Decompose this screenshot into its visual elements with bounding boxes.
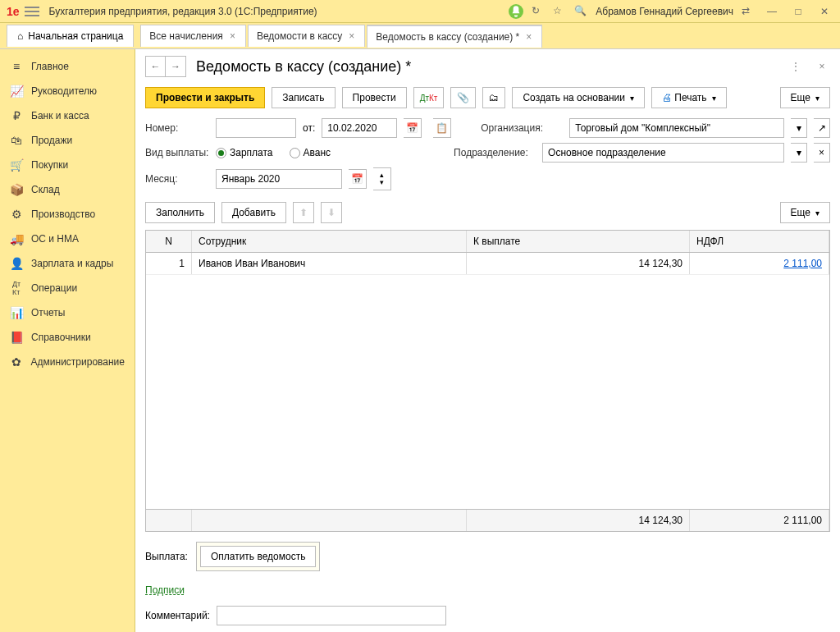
sidebar-item-manager[interactable]: 📈Руководителю (0, 79, 135, 103)
calendar-ext-button[interactable]: 📋 (433, 118, 451, 138)
titlebar: 1e Бухгалтерия предприятия, редакция 3.0… (0, 0, 840, 23)
cell-topay: 14 124,30 (467, 253, 690, 274)
org-select[interactable]: Торговый дом "Комплексный" (569, 118, 784, 138)
tab-label: Ведомость в кассу (создание) * (376, 31, 519, 43)
tabbar: ⌂ Начальная страница Все начисления × Ве… (0, 23, 840, 49)
dep-select[interactable]: Основное подразделение (542, 143, 784, 163)
payout-label: Выплата: (145, 551, 188, 562)
nav-arrows: ← → (145, 56, 186, 77)
cart-icon: 🛒 (10, 158, 23, 172)
more-button[interactable]: Еще▾ (780, 87, 830, 108)
hamburger-icon[interactable] (25, 7, 39, 16)
total-topay: 14 124,30 (467, 510, 690, 531)
sidebar-item-main[interactable]: ≡Главное (0, 54, 135, 79)
dtkt-button[interactable]: ДтКт (413, 87, 445, 108)
sidebar-item-catalogs[interactable]: 📕Справочники (0, 325, 135, 350)
menu-icon: ≡ (10, 60, 23, 73)
paytype-salary-radio[interactable]: Зарплата (216, 147, 273, 158)
org-open-button[interactable]: ↗ (814, 118, 830, 138)
dep-label: Подразделение: (454, 147, 536, 158)
org-dropdown-button[interactable]: ▾ (791, 118, 807, 138)
bell-icon[interactable] (509, 4, 523, 19)
sidebar-item-assets[interactable]: 🚚ОС и НМА (0, 227, 135, 251)
dtkt-icon: ДтКт (10, 282, 23, 295)
close-icon[interactable]: × (524, 31, 533, 43)
maximize-button[interactable]: □ (789, 2, 807, 21)
nav-back-button[interactable]: ← (146, 57, 166, 76)
paytype-label: Вид выплаты: (145, 147, 209, 158)
sidebar-item-admin[interactable]: ✿Администрирование (0, 350, 135, 374)
history-icon[interactable]: ↻ (532, 5, 545, 18)
minimize-button[interactable]: — (763, 2, 781, 21)
col-employee-header[interactable]: Сотрудник (192, 231, 467, 252)
col-ndfl-header[interactable]: НДФЛ (690, 231, 829, 252)
sidebar-item-bank[interactable]: ₽Банк и касса (0, 103, 135, 128)
kebab-icon[interactable]: ⋮ (788, 58, 804, 75)
sidebar-item-warehouse[interactable]: 📦Склад (0, 177, 135, 202)
home-icon: ⌂ (17, 30, 23, 42)
truck-icon: 🚚 (10, 232, 23, 245)
approve-close-button[interactable]: Провести и закрыть (145, 87, 265, 108)
paytype-advance-radio[interactable]: Аванс (290, 147, 331, 158)
close-icon[interactable]: × (347, 30, 356, 42)
sidebar: ≡Главное 📈Руководителю ₽Банк и касса 🛍Пр… (0, 49, 135, 632)
user-name[interactable]: Абрамов Геннадий Сергеевич (596, 6, 733, 17)
tab-label: Все начисления (149, 30, 223, 42)
comment-field[interactable] (217, 606, 446, 625)
sidebar-item-salary[interactable]: 👤Зарплата и кадры (0, 251, 135, 276)
signatures-link[interactable]: Подписи (145, 584, 830, 596)
boxes-icon: 📦 (10, 183, 23, 196)
sidebar-item-purchases[interactable]: 🛒Покупки (0, 153, 135, 177)
write-button[interactable]: Записать (272, 87, 335, 108)
close-page-icon[interactable]: × (814, 58, 830, 75)
print-button[interactable]: 🖨 Печать▾ (651, 87, 727, 108)
calendar-button[interactable]: 📅 (404, 118, 422, 138)
sidebar-item-operations[interactable]: ДтКтОперации (0, 276, 135, 300)
table-header: N Сотрудник К выплате НДФЛ (146, 231, 829, 253)
month-field[interactable] (216, 169, 342, 189)
chart-icon: 📈 (10, 85, 23, 98)
date-field[interactable] (322, 118, 397, 138)
tab-all-accruals[interactable]: Все начисления × (140, 25, 246, 47)
number-field[interactable] (216, 118, 296, 138)
move-up-button[interactable]: ⬆ (293, 202, 314, 223)
book-icon: 📕 (10, 331, 23, 344)
printer-icon: 🖨 (662, 92, 672, 103)
fill-button[interactable]: Заполнить (145, 202, 215, 223)
pay-statement-button[interactable]: Оплатить ведомость (200, 546, 317, 567)
add-button[interactable]: Добавить (221, 202, 286, 223)
sidebar-item-production[interactable]: ⚙Производство (0, 202, 135, 227)
close-icon[interactable]: × (228, 30, 237, 42)
adjust-icon[interactable]: ⇄ (742, 5, 755, 18)
total-ndfl: 2 111,00 (690, 510, 829, 531)
move-down-button[interactable]: ⬇ (321, 202, 342, 223)
table-footer: 14 124,30 2 111,00 (146, 509, 829, 531)
nav-forward-button[interactable]: → (166, 57, 185, 76)
dep-dropdown-button[interactable]: ▾ (791, 143, 807, 163)
sidebar-item-reports[interactable]: 📊Отчеты (0, 300, 135, 325)
cell-ndfl[interactable]: 2 111,00 (690, 253, 829, 274)
logo-1c: 1e (7, 5, 20, 18)
tab-statement-create[interactable]: Ведомость в кассу (создание) * × (367, 25, 542, 48)
radio-icon (216, 148, 226, 158)
month-stepper[interactable]: ▴▾ (373, 167, 391, 190)
bag-icon: 🛍 (10, 134, 23, 147)
star-icon[interactable]: ☆ (553, 5, 566, 18)
create-based-on-button[interactable]: Создать на основании▾ (512, 87, 645, 108)
sidebar-item-sales[interactable]: 🛍Продажи (0, 128, 135, 153)
search-icon[interactable]: 🔍 (574, 5, 587, 18)
related-button[interactable]: 🗂 (482, 87, 505, 108)
table-more-button[interactable]: Еще▾ (780, 202, 830, 223)
dep-clear-button[interactable]: × (814, 143, 830, 163)
tab-statements[interactable]: Ведомости в кассу × (248, 25, 365, 47)
home-tab[interactable]: ⌂ Начальная страница (7, 25, 134, 47)
col-n-header[interactable]: N (146, 231, 192, 252)
table-row[interactable]: 1 Иванов Иван Иванович 14 124,30 2 111,0… (146, 253, 829, 275)
post-button[interactable]: Провести (342, 87, 407, 108)
month-calendar-button[interactable]: 📅 (349, 169, 367, 189)
month-label: Месяц: (145, 173, 209, 185)
close-button[interactable]: ✕ (815, 2, 833, 21)
attach-button[interactable]: 📎 (450, 87, 476, 108)
radio-icon (290, 148, 300, 158)
col-topay-header[interactable]: К выплате (467, 231, 690, 252)
